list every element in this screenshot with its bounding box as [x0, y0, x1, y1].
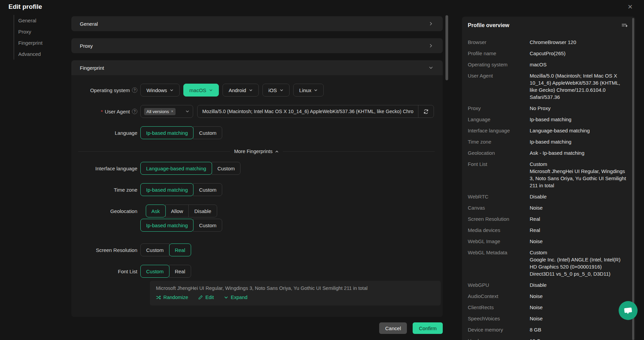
ua-version-select[interactable]: All versions ×: [140, 105, 193, 118]
overview-row-value: Noise: [530, 315, 628, 322]
chevron-down-icon: [280, 88, 283, 92]
option-custom[interactable]: Custom: [140, 243, 169, 256]
option-ip-based-matching[interactable]: Ip-based matching: [140, 219, 193, 232]
profile-overview-panel: Profile overview Browser ChromeBrowser 1…: [462, 17, 635, 340]
option-language-based-matching[interactable]: Language-based matching: [140, 162, 212, 175]
sidebar-item-general[interactable]: General: [18, 15, 43, 26]
randomize-button[interactable]: Randomize: [156, 295, 188, 300]
overview-row-value: ChromeBrowser 120: [530, 39, 628, 46]
font-list-row: Font List CustomReal: [78, 265, 435, 278]
overview-row-label: Language: [468, 116, 530, 123]
option-allow[interactable]: Allow: [165, 205, 189, 217]
overview-row-label: Device memory: [468, 326, 530, 333]
overview-row: Browser ChromeBrowser 120: [468, 39, 628, 46]
section-general-label: General: [80, 21, 98, 27]
overview-row-value: Real: [530, 215, 628, 222]
overview-title: Profile overview: [468, 22, 509, 28]
option-custom[interactable]: Custom: [193, 183, 222, 196]
overview-row-value: Custom Google Inc. (Intel) ANGLE (Intel,…: [530, 249, 628, 277]
overview-row-label: WebGL Metadata: [468, 249, 530, 277]
option-custom[interactable]: Custom: [193, 126, 222, 139]
chevron-down-icon: [429, 65, 433, 70]
overview-row: Time zone Ip-based matching: [468, 138, 628, 145]
font-list-label: Font List: [118, 269, 137, 274]
refresh-icon[interactable]: [418, 105, 434, 118]
close-icon[interactable]: ×: [628, 3, 632, 11]
overview-row-value: macOS: [530, 61, 628, 68]
overview-row-label: Profile name: [468, 50, 530, 57]
font-list-options: CustomReal: [140, 265, 191, 278]
option-custom[interactable]: Custom: [140, 265, 169, 278]
font-list-summary: Microsoft JhengHei UI Regular, Wingdings…: [156, 285, 435, 291]
os-option-linux[interactable]: Linux: [293, 84, 324, 97]
option-ip-based-matching[interactable]: Ip-based matching: [140, 126, 193, 139]
overview-row-value: Disable: [530, 281, 628, 289]
ua-version-tag: All versions ×: [144, 108, 176, 115]
option-real[interactable]: Real: [169, 243, 191, 256]
geolocation-mode-options: AskAllowDisable: [146, 205, 217, 217]
option-real[interactable]: Real: [169, 265, 191, 278]
overview-row-label: WebRTC: [468, 193, 530, 200]
user-agent-input[interactable]: [198, 105, 418, 118]
sidebar-item-advanced[interactable]: Advanced: [18, 48, 43, 60]
os-option-ios[interactable]: iOS: [262, 84, 290, 97]
section-general[interactable]: General: [71, 16, 443, 31]
sidebar-item-fingerprint[interactable]: Fingerprint: [18, 37, 43, 48]
overview-row-label: Canvas: [468, 204, 530, 211]
overview-row-label: Screen Resolution: [468, 215, 530, 222]
overview-row: WebGPU Disable: [468, 281, 628, 289]
overview-row-value: Noise: [530, 293, 628, 300]
os-label: Operating system: [90, 87, 130, 93]
overview-row-value: Ip-based matching: [530, 138, 628, 145]
option-custom[interactable]: Custom: [212, 162, 241, 175]
main-content: General Proxy Fingerprint Operating syst…: [71, 16, 443, 317]
option-disable[interactable]: Disable: [188, 205, 217, 217]
option-ask[interactable]: Ask: [146, 205, 166, 217]
interface-language-label: Interface language: [95, 166, 137, 171]
panel-scrollbar[interactable]: [632, 18, 634, 340]
os-option-macos[interactable]: macOS: [183, 84, 219, 97]
overview-row-label: User Agent: [468, 72, 530, 101]
interface-language-row: Interface language Language-based matchi…: [78, 162, 435, 175]
overview-row: Screen Resolution Real: [468, 215, 628, 222]
sidebar-item-proxy[interactable]: Proxy: [18, 26, 43, 37]
option-ip-based-matching[interactable]: Ip-based matching: [140, 183, 193, 196]
more-fingerprints-toggle[interactable]: More Fingerprints: [234, 149, 279, 154]
confirm-button[interactable]: Confirm: [413, 322, 443, 334]
collapse-panel-icon[interactable]: [621, 23, 628, 28]
help-icon[interactable]: ?: [132, 87, 137, 93]
os-row: Operating system ? Windows macOS Android…: [78, 84, 435, 97]
chevron-down-icon: [224, 295, 228, 300]
overview-row-label: Time zone: [468, 138, 530, 145]
tag-remove-icon[interactable]: ×: [171, 109, 173, 114]
section-proxy[interactable]: Proxy: [71, 38, 443, 53]
pencil-icon: [198, 295, 203, 300]
overview-row: Font List Custom Microsoft JhengHei UI R…: [468, 161, 628, 189]
edit-button[interactable]: Edit: [198, 295, 214, 300]
overview-row: Profile name CapcutPro(265): [468, 50, 628, 57]
time-zone-row: Time zone Ip-based matchingCustom: [78, 183, 435, 196]
cancel-button[interactable]: Cancel: [379, 322, 407, 334]
section-fingerprint[interactable]: Fingerprint: [71, 60, 443, 75]
sidebar-nav: GeneralProxyFingerprintAdvanced: [14, 15, 43, 60]
os-option-windows[interactable]: Windows: [140, 84, 180, 97]
chat-widget-button[interactable]: [619, 301, 638, 320]
overview-row: Operating system macOS: [468, 61, 628, 68]
help-icon[interactable]: ?: [132, 109, 137, 114]
section-fingerprint-label: Fingerprint: [80, 65, 104, 71]
option-custom[interactable]: Custom: [193, 219, 222, 232]
overview-row-value: Noise: [530, 238, 628, 245]
overview-row-label: SpeechVoices: [468, 315, 530, 322]
chat-bubble-icon: [623, 306, 633, 315]
required-asterisk: *: [101, 109, 103, 114]
time-zone-label: Time zone: [114, 187, 137, 193]
chevron-down-icon: [170, 88, 174, 92]
overview-row: WebGL Image Noise: [468, 238, 628, 245]
overview-row: Media devices Real: [468, 227, 628, 234]
os-option-android[interactable]: Android: [223, 84, 259, 97]
chevron-right-icon: [429, 43, 433, 48]
overview-row: SpeechVoices Noise: [468, 315, 628, 322]
overview-row-label: Operating system: [468, 61, 530, 68]
main-scrollbar[interactable]: [445, 15, 448, 80]
expand-button[interactable]: Expand: [224, 295, 247, 300]
